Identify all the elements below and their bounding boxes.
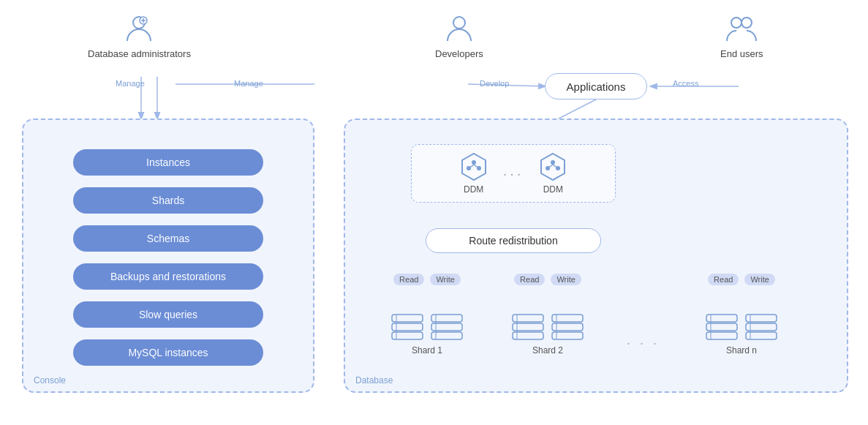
develop-label: Develop	[480, 79, 509, 88]
route-redistribution-box: Route redistribution	[426, 228, 601, 253]
developers-label: Developers	[435, 48, 483, 59]
shard-col-2: Read Write Shard 2	[510, 274, 586, 356]
console-buttons: Instances Shards Schemas Backups and res…	[23, 120, 313, 366]
backups-button[interactable]: Backups and restorations	[73, 263, 263, 290]
shards-button[interactable]: Shards	[73, 187, 263, 214]
write-badge-1: Write	[430, 274, 460, 285]
ddm-dots: ···	[503, 165, 524, 182]
ddm-label-1: DDM	[464, 184, 483, 195]
read-badge-2: Read	[514, 274, 545, 285]
ddm-icon-1	[459, 152, 488, 181]
applications-box: Applications	[545, 73, 647, 99]
middle-dots: · · ·	[627, 336, 660, 351]
ddm-label-2: DDM	[543, 184, 563, 195]
shard-2-icons	[510, 312, 586, 341]
ddm-box: DDM ··· DDM	[411, 144, 616, 203]
shard-1-icons	[389, 312, 465, 341]
ddm-icon-2	[538, 152, 567, 181]
shard-col-1: Read Write Shard 1	[389, 274, 465, 356]
write-badge-2: Write	[551, 274, 581, 285]
ddm-item-1: DDM	[459, 152, 488, 195]
shard-n-label: Shard n	[726, 345, 757, 356]
shard-n-db-icon-2	[743, 312, 780, 341]
shard-2-db-icon-1	[510, 312, 546, 341]
applications-label: Applications	[567, 80, 626, 93]
db-admin-label: Database administrators	[88, 48, 191, 59]
mysql-instances-button[interactable]: MySQL instances	[73, 339, 263, 366]
manage-label-2: Manage	[234, 79, 263, 88]
rw-row-1: Read Write	[393, 274, 461, 285]
console-label: Console	[34, 375, 66, 385]
end-users-label: End users	[720, 48, 763, 59]
write-badge-n: Write	[744, 274, 774, 285]
schemas-button[interactable]: Schemas	[73, 225, 263, 252]
actor-developers: Developers	[435, 13, 483, 59]
shard-1-db-icon-1	[389, 312, 426, 341]
slow-queries-button[interactable]: Slow queries	[73, 301, 263, 328]
actor-db-admin: Database administrators	[88, 13, 191, 59]
svg-marker-35	[541, 154, 565, 180]
developers-icon	[443, 13, 475, 45]
shard-col-n: Read Write Shard n	[703, 274, 780, 356]
shard-n-db-icon-1	[703, 312, 740, 341]
svg-point-27	[731, 18, 741, 28]
console-box: Instances Shards Schemas Backups and res…	[22, 119, 314, 393]
svg-point-28	[741, 18, 752, 28]
database-box: DDM ··· DDM Route redistribution	[344, 119, 848, 393]
rw-row-2: Read Write	[514, 274, 581, 285]
route-label: Route redistribution	[469, 235, 557, 247]
read-badge-n: Read	[708, 274, 739, 285]
svg-marker-29	[462, 154, 486, 180]
read-badge-1: Read	[393, 274, 424, 285]
database-label: Database	[355, 375, 393, 385]
instances-button[interactable]: Instances	[73, 149, 263, 176]
shard-1-db-icon-2	[429, 312, 465, 341]
shard-1-label: Shard 1	[412, 345, 442, 356]
db-admin-icon	[123, 13, 155, 45]
diagram: Database administrators Manage Manage De…	[0, 0, 868, 425]
actor-end-users: End users	[720, 13, 763, 59]
manage-label-1: Manage	[116, 79, 145, 88]
access-label: Access	[673, 79, 698, 88]
shard-n-icons	[703, 312, 780, 341]
svg-point-26	[453, 17, 465, 29]
ddm-item-2: DDM	[538, 152, 567, 195]
rw-row-n: Read Write	[708, 274, 775, 285]
end-users-icon	[725, 13, 758, 45]
svg-point-30	[472, 160, 476, 165]
shard-2-db-icon-2	[549, 312, 586, 341]
svg-point-36	[551, 160, 555, 165]
shard-2-label: Shard 2	[532, 345, 563, 356]
